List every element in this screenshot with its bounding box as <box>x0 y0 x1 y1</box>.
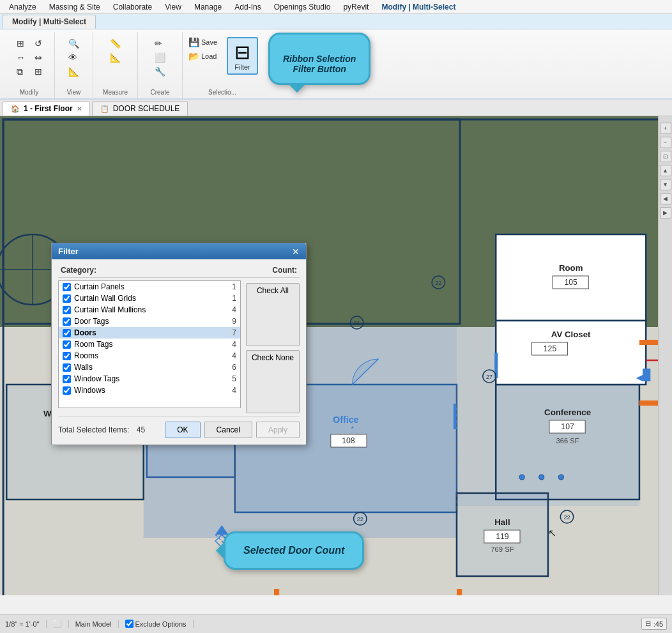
tab-door-schedule[interactable]: 📋 DOOR SCHEDULE <box>92 101 188 116</box>
total-label: Total Selected Items: <box>58 425 129 434</box>
check-walls[interactable] <box>63 363 71 372</box>
ribbon-btn-rotate[interactable]: ↺ <box>31 37 45 50</box>
tab-first-floor[interactable]: 🏠 1 - First Floor ✕ <box>3 101 90 116</box>
ribbon-tab-strip: Modify | Multi-Select <box>0 14 672 29</box>
ribbon-btn-create1[interactable]: ✏ <box>151 37 169 50</box>
dialog-close-button[interactable]: ✕ <box>292 247 300 256</box>
check-doors[interactable] <box>63 329 71 337</box>
nav-pan-left[interactable]: ◀ <box>660 193 671 204</box>
check-curtain-wall-mullions[interactable] <box>63 306 71 314</box>
check-curtain-panels[interactable] <box>63 283 71 291</box>
svg-rect-49 <box>643 369 650 381</box>
dialog-action-buttons: OK Cancel Apply <box>165 422 300 438</box>
menu-pyrevit[interactable]: pyRevit <box>337 1 375 13</box>
ribbon-btn-create3[interactable]: 🔧 <box>151 65 169 78</box>
list-item-doors[interactable]: Doors 7 <box>59 327 240 339</box>
svg-rect-37 <box>457 589 462 595</box>
check-all-button[interactable]: Check All <box>246 283 300 346</box>
callout-door-count-text: Selected Door Count <box>243 545 344 556</box>
check-none-button[interactable]: Check None <box>246 350 300 413</box>
list-item-rooms[interactable]: Rooms 4 <box>59 350 240 362</box>
list-item-door-tags[interactable]: Door Tags 9 <box>59 316 240 327</box>
dialog-title-bar: Filter ✕ <box>52 243 306 259</box>
check-room-tags[interactable] <box>63 340 71 349</box>
ribbon-tab-modify[interactable]: Modify | Multi-Select <box>3 15 96 29</box>
menu-manage[interactable]: Manage <box>188 1 228 13</box>
load-icon: 📂 <box>188 51 199 61</box>
dialog-apply-button[interactable]: Apply <box>256 422 300 438</box>
nav-zoom-in[interactable]: + <box>660 123 671 134</box>
nav-zoom-out[interactable]: − <box>660 137 671 148</box>
menu-openings[interactable]: Openings Studio <box>268 1 337 13</box>
status-exclude-options[interactable]: Exclude Options <box>125 620 194 628</box>
status-view-cube[interactable]: ⬜ <box>53 620 69 628</box>
menu-collaborate[interactable]: Collaborate <box>107 1 158 13</box>
tab-bar: 🏠 1 - First Floor ✕ 📋 DOOR SCHEDULE <box>0 100 672 116</box>
dialog-col-count: Count: <box>272 266 297 275</box>
total-value: 45 <box>137 425 145 434</box>
svg-rect-16 <box>454 404 457 429</box>
dialog-ok-button[interactable]: OK <box>165 422 200 438</box>
ribbon-group-modify: ⊞ ↔ ⧉ ↺ ⇔ ⊞ Modify <box>4 32 55 98</box>
ribbon-btn-copy[interactable]: ⧉ <box>13 65 29 79</box>
status-model-name: Main Model <box>75 620 119 628</box>
ribbon-btn-move[interactable]: ↔ <box>13 51 29 64</box>
ribbon-group-measure: 📏 📐 Measure <box>93 32 138 98</box>
svg-text:105: 105 <box>564 278 577 287</box>
callout-door-count: Selected Door Count <box>224 531 364 570</box>
check-curtain-wall-grids[interactable] <box>63 294 71 303</box>
ribbon-btn-create2[interactable]: ⬜ <box>151 51 169 64</box>
dialog-cancel-button[interactable]: Cancel <box>204 422 252 438</box>
check-window-tags[interactable] <box>63 375 71 383</box>
ribbon-filter-button[interactable]: ⊟ Filter <box>227 37 258 75</box>
svg-text:Conference: Conference <box>544 408 591 417</box>
check-windows[interactable] <box>63 386 71 395</box>
filter-button-label: Filter <box>234 63 250 71</box>
ribbon-btn-array[interactable]: ⊞ <box>31 65 45 78</box>
menu-addins[interactable]: Add-Ins <box>228 1 267 13</box>
nav-pan-up[interactable]: ▲ <box>660 165 671 176</box>
list-item-curtain-panels[interactable]: Curtain Panels 1 <box>59 281 240 293</box>
ribbon-group-create-label: Create <box>141 89 179 96</box>
menu-view[interactable]: View <box>158 1 188 13</box>
nav-sidebar: + − ⊡ ▲ ▼ ◀ ▶ <box>658 116 672 595</box>
dialog-item-list[interactable]: Curtain Panels 1 Curtain Wall Grids 1 Cu… <box>58 280 241 408</box>
dialog-column-headers: Category: Count: <box>58 266 300 278</box>
ribbon-btn-view1[interactable]: 🔍 <box>65 37 82 50</box>
nav-pan-down[interactable]: ▼ <box>660 179 671 190</box>
ribbon-btn-view2[interactable]: 👁 <box>65 51 82 64</box>
list-item-room-tags[interactable]: Room Tags 4 <box>59 339 240 350</box>
filter-icon: ⊟ <box>234 41 250 63</box>
ribbon-btn-save[interactable]: 💾 Save <box>185 36 220 49</box>
ribbon-btn-measure2[interactable]: 📐 <box>107 51 124 64</box>
ribbon-btn-mirror[interactable]: ⇔ <box>31 51 45 64</box>
nav-fit[interactable]: ⊡ <box>660 151 671 162</box>
filter-dialog[interactable]: Filter ✕ Category: Count: Curtain Panels… <box>51 243 307 445</box>
menu-analyze[interactable]: Analyze <box>3 1 43 13</box>
list-item-curtain-wall-mullions[interactable]: Curtain Wall Mullions 4 <box>59 304 240 316</box>
ribbon-btn-measure1[interactable]: 📏 <box>107 37 124 50</box>
list-item-walls[interactable]: Walls 6 <box>59 362 240 373</box>
ribbon-btn-load[interactable]: 📂 Load <box>185 50 220 63</box>
status-filter-button[interactable]: ⊟ :45 <box>641 618 667 630</box>
list-item-window-tags[interactable]: Window Tags 5 <box>59 373 240 385</box>
check-door-tags[interactable] <box>63 317 71 326</box>
dialog-footer: Total Selected Items: 45 OK Cancel Apply <box>58 416 300 438</box>
ribbon-btn-align[interactable]: ⊞ <box>13 37 29 50</box>
menu-modify-multiselect[interactable]: Modify | Multi-Select <box>375 1 462 13</box>
exclude-options-checkbox[interactable] <box>125 620 134 628</box>
dialog-title: Filter <box>58 247 79 256</box>
nav-pan-right[interactable]: ▶ <box>660 207 671 218</box>
list-item-curtain-wall-grids[interactable]: Curtain Wall Grids 1 <box>59 293 240 304</box>
ribbon-btn-view3[interactable]: 📐 <box>65 65 82 78</box>
check-rooms[interactable] <box>63 352 71 360</box>
list-item-windows[interactable]: Windows 4 <box>59 385 240 396</box>
status-scale: 1/8" = 1'-0" <box>5 620 47 628</box>
svg-rect-36 <box>274 589 279 595</box>
save-icon: 💾 <box>188 37 199 47</box>
tab-first-floor-close[interactable]: ✕ <box>77 105 82 112</box>
ribbon-group-view: 🔍 👁 📐 View <box>55 32 93 98</box>
menu-bar: Analyze Massing & Site Collaborate View … <box>0 0 672 14</box>
svg-point-47 <box>539 475 544 480</box>
menu-massing[interactable]: Massing & Site <box>43 1 107 13</box>
